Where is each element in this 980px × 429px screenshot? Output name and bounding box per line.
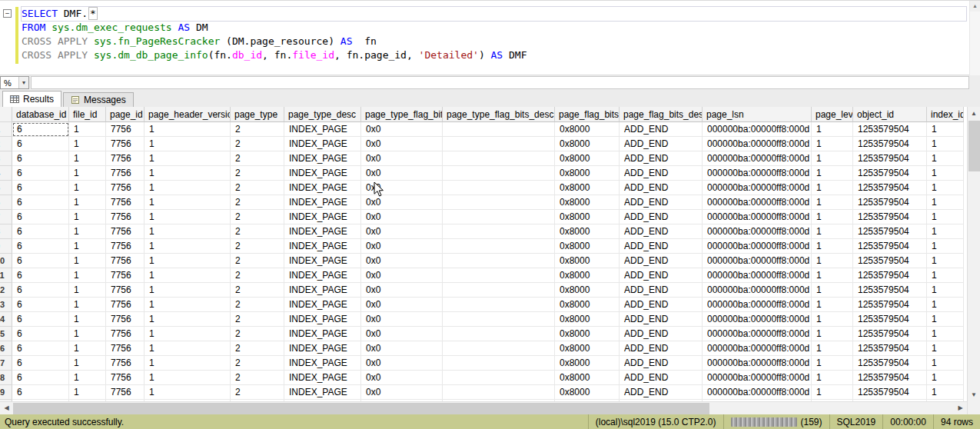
grid-cell[interactable]: 2: [231, 254, 284, 268]
grid-cell[interactable]: 0x8000: [555, 268, 620, 283]
row-header[interactable]: 2: [0, 137, 12, 151]
grid-cell[interactable]: 6: [12, 312, 69, 327]
grid-cell[interactable]: 1253579504: [853, 122, 927, 137]
grid-cell[interactable]: 2: [231, 122, 284, 137]
grid-cell[interactable]: 1: [69, 356, 106, 371]
grid-cell[interactable]: 1253579504: [853, 327, 927, 341]
tab-messages[interactable]: Messages: [63, 92, 134, 107]
grid-cell[interactable]: 1253579504: [853, 151, 927, 166]
row-header[interactable]: 8: [0, 224, 12, 239]
grid-cell[interactable]: 0x8000: [555, 312, 620, 327]
grid-cell[interactable]: [443, 327, 555, 341]
row-header[interactable]: 1: [0, 122, 12, 137]
grid-cell[interactable]: 7756: [106, 224, 145, 239]
grid-cell[interactable]: 1253579504: [853, 341, 927, 356]
grid-cell[interactable]: [443, 122, 555, 137]
scroll-left-icon[interactable]: ◀: [0, 402, 13, 414]
grid-cell[interactable]: ADD_END: [620, 181, 703, 195]
grid-cell[interactable]: 7756: [106, 283, 145, 298]
grid-cell[interactable]: 000000ba:00000ff8:000d: [703, 181, 812, 195]
grid-cell[interactable]: 2: [231, 195, 284, 210]
grid-cell[interactable]: 0x0: [361, 239, 443, 254]
grid-cell[interactable]: ADD_END: [620, 122, 703, 137]
grid-cell[interactable]: 1: [927, 210, 964, 224]
grid-cell[interactable]: 1253579504: [853, 137, 927, 151]
sql-editor[interactable]: − SELECT DMF.*FROM sys.dm_exec_requests …: [0, 0, 980, 75]
grid-cell[interactable]: 1253579504: [853, 312, 927, 327]
grid-cell[interactable]: 1: [812, 298, 853, 312]
grid-cell[interactable]: 6: [12, 166, 69, 181]
grid-cell[interactable]: 6: [12, 356, 69, 371]
grid-cell[interactable]: 7756: [106, 166, 145, 181]
grid-cell[interactable]: 1: [145, 151, 231, 166]
grid-cell[interactable]: 7756: [106, 356, 145, 371]
grid-cell[interactable]: ADD_END: [620, 268, 703, 283]
row-header[interactable]: 9: [0, 239, 12, 254]
grid-cell[interactable]: 0x8000: [555, 122, 620, 137]
grid-cell[interactable]: 1: [927, 312, 964, 327]
grid-cell[interactable]: INDEX_PAGE: [284, 254, 361, 268]
grid-cell[interactable]: 1: [145, 137, 231, 151]
grid-cell[interactable]: 2: [231, 298, 284, 312]
grid-cell[interactable]: 1: [927, 298, 964, 312]
grid-cell[interactable]: 000000ba:00000ff8:000d: [703, 151, 812, 166]
grid-cell[interactable]: 0x8000: [555, 166, 620, 181]
grid-cell[interactable]: 1: [927, 356, 964, 371]
grid-cell[interactable]: 000000ba:00000ff8:000d: [703, 137, 812, 151]
grid-cell[interactable]: 7756: [106, 210, 145, 224]
grid-cell[interactable]: 000000ba:00000ff8:000d: [703, 298, 812, 312]
grid-cell[interactable]: 1: [69, 166, 106, 181]
grid-cell[interactable]: 1: [927, 181, 964, 195]
grid-cell[interactable]: 7756: [106, 239, 145, 254]
grid-cell[interactable]: [443, 341, 555, 356]
grid-cell[interactable]: 1: [927, 283, 964, 298]
grid-cell[interactable]: ADD_END: [620, 254, 703, 268]
results-grid[interactable]: database_idfile_idpage_idpage_header_ver…: [0, 107, 980, 401]
grid-cell[interactable]: [443, 298, 555, 312]
grid-cell[interactable]: 1: [145, 224, 231, 239]
grid-cell[interactable]: 0x8000: [555, 298, 620, 312]
grid-cell[interactable]: 0x8000: [555, 327, 620, 341]
grid-cell[interactable]: 1253579504: [853, 371, 927, 385]
column-header[interactable]: page_id: [106, 107, 145, 122]
grid-cell[interactable]: 2: [231, 312, 284, 327]
grid-cell[interactable]: 1: [69, 181, 106, 195]
grid-cell[interactable]: ADD_END: [620, 385, 703, 400]
grid-cell[interactable]: 0x0: [361, 268, 443, 283]
grid-cell[interactable]: [443, 371, 555, 385]
grid-cell[interactable]: 1: [69, 341, 106, 356]
chevron-down-icon[interactable]: ▾: [18, 77, 28, 88]
grid-vertical-scrollbar[interactable]: ▲ ▼: [967, 107, 980, 401]
grid-cell[interactable]: 1: [145, 166, 231, 181]
grid-cell[interactable]: 0x0: [361, 298, 443, 312]
grid-cell[interactable]: 6: [12, 254, 69, 268]
code-line[interactable]: CROSS APPLY sys.fn_PageResCracker (DM.pa…: [22, 35, 966, 48]
grid-cell[interactable]: 7756: [106, 137, 145, 151]
grid-cell[interactable]: 1: [927, 137, 964, 151]
grid-cell[interactable]: 7756: [106, 327, 145, 341]
row-header[interactable]: 17: [0, 356, 12, 371]
scroll-down-icon[interactable]: ▼: [968, 388, 980, 401]
grid-cell[interactable]: ADD_END: [620, 371, 703, 385]
grid-cell[interactable]: 1: [812, 137, 853, 151]
grid-cell[interactable]: INDEX_PAGE: [284, 312, 361, 327]
grid-cell[interactable]: INDEX_PAGE: [284, 166, 361, 181]
grid-cell[interactable]: 2: [231, 356, 284, 371]
row-header[interactable]: 5: [0, 181, 12, 195]
grid-cell[interactable]: 1: [927, 268, 964, 283]
row-header[interactable]: 11: [0, 268, 12, 283]
grid-cell[interactable]: 1: [69, 254, 106, 268]
grid-cell[interactable]: 1: [69, 268, 106, 283]
grid-cell[interactable]: 1: [812, 341, 853, 356]
grid-cell[interactable]: 7756: [106, 385, 145, 400]
grid-cell[interactable]: [443, 210, 555, 224]
grid-cell[interactable]: 1: [145, 341, 231, 356]
grid-cell[interactable]: 000000ba:00000ff8:000d: [703, 254, 812, 268]
horizontal-scroll-thumb[interactable]: [13, 403, 709, 414]
grid-cell[interactable]: ADD_END: [620, 356, 703, 371]
grid-cell[interactable]: 1: [812, 195, 853, 210]
grid-cell[interactable]: 1: [927, 239, 964, 254]
grid-cell[interactable]: 000000ba:00000ff8:000d: [703, 210, 812, 224]
row-header[interactable]: 15: [0, 327, 12, 341]
grid-cell[interactable]: 6: [12, 327, 69, 341]
